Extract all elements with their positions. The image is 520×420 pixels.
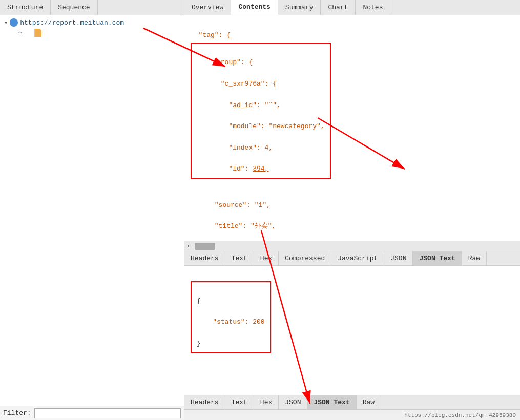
main-tabs: Overview Contents Summary Chart Notes <box>184 0 520 15</box>
upper-tab-headers[interactable]: Headers <box>184 251 225 265</box>
lower-pane: { "status": 200 } Headers Text Hex <box>184 266 520 420</box>
lower-sub-tabs: Headers Text Hex JSON JSON Text <box>184 395 520 410</box>
lower-tab-headers[interactable]: Headers <box>184 395 225 409</box>
file-icon <box>34 29 41 37</box>
globe-icon <box>10 18 18 27</box>
scroll-thumb[interactable] <box>195 243 215 250</box>
filter-input[interactable] <box>34 408 181 418</box>
left-panel: Structure Sequence ▾ https://report.meit… <box>0 0 184 420</box>
tab-structure[interactable]: Structure <box>0 0 51 15</box>
upper-pane-content[interactable]: "tag": { "group": { "c_sxr976a": { "ad_i… <box>184 15 520 241</box>
horizontal-scrollbar[interactable]: ‹ <box>184 241 520 251</box>
upper-sub-tabs: Headers Text Hex Compressed JavaScript <box>184 251 520 266</box>
upper-tab-hex[interactable]: Hex <box>254 251 279 265</box>
status-bar-text: https://blog.csdn.net/qm_42959380 <box>404 412 516 418</box>
lower-tab-hex[interactable]: Hex <box>254 395 279 409</box>
upper-tab-raw[interactable]: Raw <box>462 251 487 265</box>
tab-chart[interactable]: Chart <box>321 0 356 15</box>
tree-item-file[interactable]: ⋯ <box>4 28 180 38</box>
status-bar: https://blog.csdn.net/qm_42959380 <box>184 410 520 420</box>
left-panel-content: ▾ https://report.meituan.com ⋯ <box>0 15 184 406</box>
upper-tab-compressed[interactable]: Compressed <box>279 251 331 265</box>
upper-tab-text[interactable]: Text <box>225 251 254 265</box>
tree-url[interactable]: https://report.meituan.com <box>20 19 124 27</box>
main-container: Structure Sequence ▾ https://report.meit… <box>0 0 520 420</box>
upper-tab-json[interactable]: JSON <box>384 251 413 265</box>
upper-pane: "tag": { "group": { "c_sxr976a": { "ad_i… <box>184 15 520 266</box>
tab-overview[interactable]: Overview <box>184 0 231 15</box>
tab-summary[interactable]: Summary <box>278 0 321 15</box>
tab-sequence[interactable]: Sequence <box>51 0 97 15</box>
lower-pane-content[interactable]: { "status": 200 } <box>184 266 520 395</box>
content-split: Structure Sequence ▾ https://report.meit… <box>0 0 520 420</box>
tab-contents[interactable]: Contents <box>231 0 278 15</box>
lower-tab-json[interactable]: JSON <box>279 395 307 409</box>
lower-json-code: { "status": 200 } <box>191 270 514 364</box>
lower-tab-text[interactable]: Text <box>225 395 254 409</box>
lower-tab-raw[interactable]: Raw <box>357 395 381 409</box>
tab-notes[interactable]: Notes <box>356 0 390 15</box>
left-panel-tabs: Structure Sequence <box>0 0 184 15</box>
filter-label: Filter: <box>3 409 31 417</box>
upper-json-code: "tag": { "group": { "c_sxr976a": { "ad_i… <box>191 19 514 241</box>
right-panel: Overview Contents Summary Chart Notes <box>184 0 520 420</box>
filter-bar: Filter: <box>0 406 184 420</box>
upper-tab-javascript[interactable]: JavaScript <box>331 251 384 265</box>
lower-tab-json-text[interactable]: JSON Text <box>307 395 356 409</box>
tree-item-root[interactable]: ▾ https://report.meituan.com <box>4 17 180 28</box>
upper-tab-json-text[interactable]: JSON Text <box>413 251 462 265</box>
